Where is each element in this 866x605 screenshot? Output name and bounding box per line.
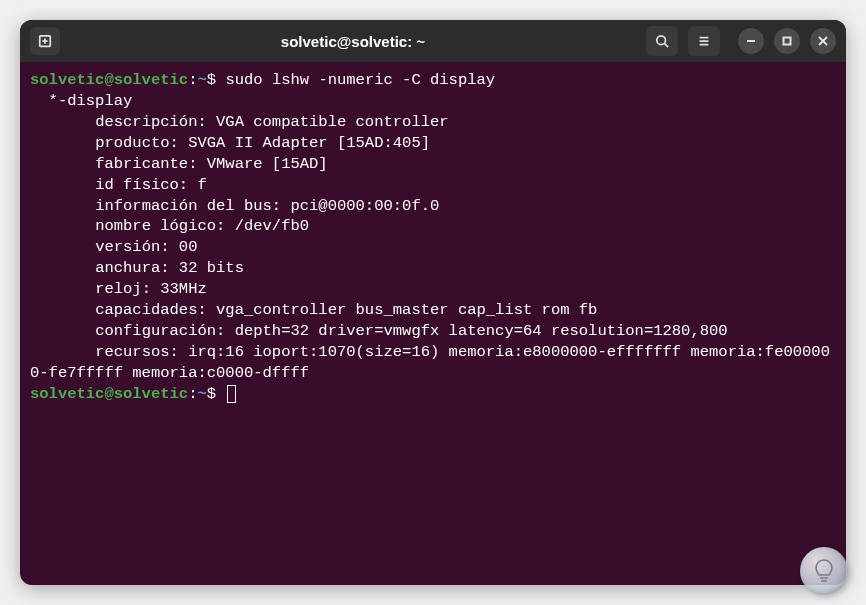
minimize-icon — [746, 36, 756, 46]
lightbulb-icon — [809, 556, 839, 586]
titlebar: solvetic@solvetic: ~ — [20, 20, 846, 62]
svg-line-4 — [665, 44, 669, 48]
window-title: solvetic@solvetic: ~ — [66, 33, 640, 50]
prompt-path: ~ — [197, 71, 206, 89]
hamburger-icon — [697, 34, 711, 48]
window-controls — [738, 28, 836, 54]
output-line: nombre lógico: /dev/fb0 — [30, 217, 309, 235]
output-line: capacidades: vga_controller bus_master c… — [30, 301, 597, 319]
prompt-dollar: $ — [207, 385, 226, 403]
output-line: información del bus: pci@0000:00:0f.0 — [30, 197, 439, 215]
watermark-logo — [800, 547, 848, 595]
output-line: configuración: depth=32 driver=vmwgfx la… — [30, 322, 728, 340]
terminal-content[interactable]: solvetic@solvetic:~$ sudo lshw -numeric … — [20, 62, 846, 413]
output-line: anchura: 32 bits — [30, 259, 244, 277]
prompt-path: ~ — [197, 385, 206, 403]
svg-rect-9 — [784, 38, 791, 45]
svg-point-3 — [657, 36, 666, 45]
cursor — [227, 385, 236, 403]
menu-button[interactable] — [688, 26, 720, 56]
search-button[interactable] — [646, 26, 678, 56]
command-text: sudo lshw -numeric -C display — [225, 71, 495, 89]
prompt-dollar: $ — [207, 71, 226, 89]
output-line: fabricante: VMware [15AD] — [30, 155, 328, 173]
search-icon — [655, 34, 669, 48]
output-line: descripción: VGA compatible controller — [30, 113, 449, 131]
titlebar-left — [30, 27, 60, 55]
terminal-window: solvetic@solvetic: ~ solvetic@solvetic — [20, 20, 846, 585]
maximize-icon — [782, 36, 792, 46]
close-button[interactable] — [810, 28, 836, 54]
new-tab-button[interactable] — [30, 27, 60, 55]
output-line: versión: 00 — [30, 238, 197, 256]
output-line: producto: SVGA II Adapter [15AD:405] — [30, 134, 430, 152]
minimize-button[interactable] — [738, 28, 764, 54]
titlebar-right — [646, 26, 836, 56]
output-line: id físico: f — [30, 176, 207, 194]
prompt-user: solvetic@solvetic — [30, 385, 188, 403]
new-tab-icon — [38, 34, 52, 48]
maximize-button[interactable] — [774, 28, 800, 54]
output-line: *-display — [30, 92, 132, 110]
output-line: recursos: irq:16 ioport:1070(size=16) me… — [30, 343, 830, 382]
prompt-user: solvetic@solvetic — [30, 71, 188, 89]
output-line: reloj: 33MHz — [30, 280, 207, 298]
close-icon — [818, 36, 828, 46]
